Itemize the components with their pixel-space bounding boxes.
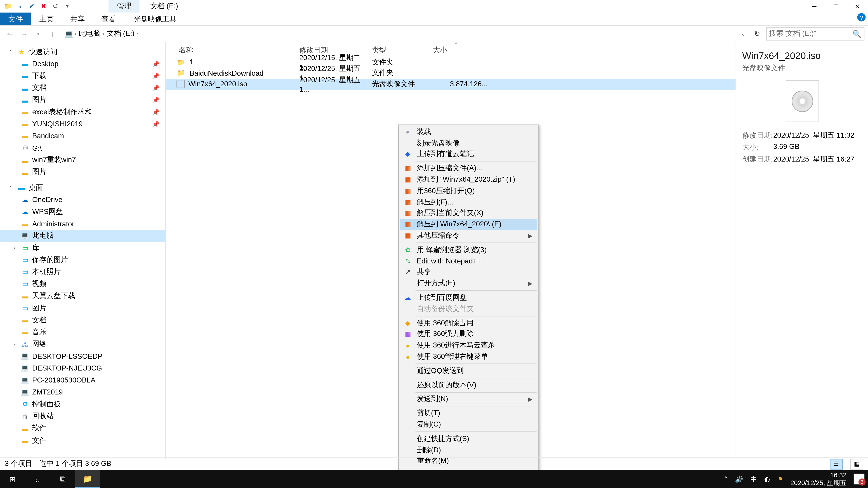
back-button[interactable]: ←: [4, 28, 16, 40]
sidebar-item[interactable]: ▬下载📌: [0, 70, 165, 82]
sidebar-item[interactable]: ⚙控制面板: [0, 398, 165, 410]
context-menu-item[interactable]: ▦用360压缩打开(Q): [400, 185, 537, 197]
help-icon[interactable]: ?: [857, 13, 866, 22]
column-name[interactable]: 名称: [166, 45, 299, 55]
sidebar-item[interactable]: ▬文档📌: [0, 82, 165, 94]
history-dropdown[interactable]: ▾: [32, 28, 44, 40]
task-view-button[interactable]: ⧉: [50, 470, 75, 488]
sidebar-item[interactable]: ›▭库: [0, 242, 165, 254]
icons-view-button[interactable]: ▦: [850, 458, 863, 469]
minimize-button[interactable]: ─: [804, 0, 825, 12]
context-menu-item[interactable]: ☁上传到百度网盘: [400, 292, 537, 303]
sidebar-item[interactable]: ▬音乐: [0, 326, 165, 338]
qat-dropdown-icon[interactable]: ▼: [62, 1, 72, 11]
context-menu-item[interactable]: ▦添加到压缩文件(A)...: [400, 163, 537, 174]
search-button[interactable]: ⌕: [25, 470, 50, 488]
sidebar-desktop[interactable]: ˅▬桌面: [0, 182, 165, 194]
context-menu-item[interactable]: 刻录光盘映像: [400, 138, 537, 149]
search-input[interactable]: 搜索"文档 (E:)" 🔍: [766, 27, 864, 40]
ime-mode-icon[interactable]: ◐: [764, 475, 770, 483]
sidebar-item[interactable]: ▬Bandicam: [0, 130, 165, 142]
column-headers[interactable]: 名称 修改日期 类型 大小: [166, 42, 736, 57]
volume-icon[interactable]: 🔊: [735, 475, 743, 483]
tab-home[interactable]: 主页: [31, 12, 62, 25]
sidebar-item[interactable]: ▬win7重装win7: [0, 154, 165, 166]
sidebar-item[interactable]: ▬图片📌: [0, 94, 165, 106]
context-menu-item[interactable]: ◆上传到有道云笔记: [400, 149, 537, 160]
sidebar-item[interactable]: ▭本机照片: [0, 266, 165, 278]
sidebar-item[interactable]: ☁WPS网盘: [0, 206, 165, 218]
context-menu-item[interactable]: ●使用 360管理右键菜单: [400, 351, 537, 362]
context-menu-item[interactable]: ✿用 蜂蜜浏览器 浏览(3): [400, 244, 537, 256]
context-menu-item[interactable]: ▦解压到(F)...: [400, 197, 537, 208]
sidebar-item[interactable]: ▬文件: [0, 434, 165, 447]
security-icon[interactable]: ⚑: [777, 475, 783, 483]
sidebar-item[interactable]: ⛁G:\: [0, 142, 165, 154]
sidebar-item[interactable]: ▭图片: [0, 302, 165, 314]
file-row[interactable]: 📁BaiduNetdiskDownload2020/12/25, 星期五 1..…: [166, 68, 736, 78]
maximize-button[interactable]: ▢: [825, 0, 846, 12]
notification-button[interactable]: 3: [854, 474, 864, 484]
context-menu-item[interactable]: ↗共享: [400, 267, 537, 278]
sidebar-item[interactable]: ▭视频: [0, 278, 165, 290]
sidebar-item[interactable]: ▬excel表格制作求和📌: [0, 106, 165, 118]
sidebar-item[interactable]: ☁OneDrive: [0, 194, 165, 206]
explorer-taskbar-button[interactable]: 📁: [75, 470, 100, 488]
checkmark-icon[interactable]: ✔: [26, 1, 37, 11]
sidebar-item[interactable]: ›🖧网络: [0, 338, 165, 350]
tab-view[interactable]: 查看: [93, 12, 124, 25]
sidebar-item[interactable]: ▬文档: [0, 314, 165, 326]
refresh-button[interactable]: ↻: [750, 30, 764, 38]
column-size[interactable]: 大小: [433, 45, 493, 55]
context-menu-item[interactable]: 通过QQ发送到: [400, 365, 537, 377]
sidebar-item[interactable]: ▬软件: [0, 422, 165, 434]
sidebar-item[interactable]: 💻DESKTOP-NJEU3CG: [0, 362, 165, 374]
app-icon[interactable]: 📁: [2, 1, 13, 11]
context-menu-item[interactable]: ▦其他压缩命令▶: [400, 230, 537, 241]
sidebar-item[interactable]: ▬图片: [0, 166, 165, 178]
tray-overflow-icon[interactable]: ˄: [724, 475, 728, 483]
sidebar-item[interactable]: 🗑回收站: [0, 410, 165, 422]
context-menu-item[interactable]: ◆使用 360解除占用: [400, 318, 537, 329]
start-button[interactable]: ⊞: [0, 470, 25, 488]
sidebar-item[interactable]: ▭保存的图片: [0, 254, 165, 266]
sidebar-item[interactable]: 💻DESKTOP-LSSOEDP: [0, 350, 165, 362]
delete-icon[interactable]: ✖: [38, 1, 49, 11]
tab-share[interactable]: 共享: [62, 12, 93, 25]
context-menu-item[interactable]: ●使用 360进行木马云查杀: [400, 340, 537, 351]
context-menu-item[interactable]: 打开方式(H)▶: [400, 278, 537, 289]
context-menu-item[interactable]: ▦添加到 "Win7x64_2020.zip" (T): [400, 174, 537, 186]
sidebar-item[interactable]: 💻此电脑: [0, 230, 165, 242]
sidebar-item[interactable]: ▬YUNQISHI2019📌: [0, 118, 165, 130]
details-view-button[interactable]: ☰: [830, 458, 843, 469]
sidebar-item[interactable]: ▬Administrator: [0, 218, 165, 230]
tab-disc-tools[interactable]: 光盘映像工具: [125, 12, 185, 25]
column-type[interactable]: 类型: [372, 45, 433, 55]
taskbar-clock[interactable]: 16:32 2020/12/25, 星期五: [790, 471, 846, 487]
save-icon[interactable]: ▫: [14, 1, 25, 11]
close-button[interactable]: ✕: [846, 0, 868, 12]
breadcrumb[interactable]: 💻 › 此电脑 › 文档 (E:) ›: [64, 29, 139, 39]
context-menu-item[interactable]: 创建快捷方式(S): [400, 433, 537, 445]
context-menu-item[interactable]: 剪切(T): [400, 408, 537, 419]
breadcrumb-root[interactable]: 此电脑: [78, 29, 101, 39]
context-menu-item[interactable]: 复制(C): [400, 419, 537, 430]
forward-button[interactable]: →: [18, 28, 30, 40]
tab-file[interactable]: 文件: [0, 12, 31, 25]
context-menu-item[interactable]: ▦使用 360强力删除: [400, 329, 537, 340]
context-menu-item[interactable]: ●装载: [400, 126, 537, 138]
context-menu-item[interactable]: ▦解压到 Win7x64_2020\ (E): [400, 219, 537, 230]
sidebar-item[interactable]: 💻ZMT2019: [0, 386, 165, 398]
sidebar-item[interactable]: 💻PC-20190530OBLA: [0, 374, 165, 386]
file-row[interactable]: Win7x64_2020.iso2020/12/25, 星期五 1...光盘映像…: [166, 78, 736, 90]
undo-icon[interactable]: ↺: [50, 1, 61, 11]
context-menu-item[interactable]: 删除(D): [400, 445, 537, 456]
context-menu-item[interactable]: 发送到(N)▶: [400, 394, 537, 405]
ime-indicator[interactable]: 中: [750, 475, 757, 484]
context-menu-item[interactable]: ▦解压到当前文件夹(X): [400, 207, 537, 219]
sidebar-item[interactable]: ▬天翼云盘下载: [0, 290, 165, 302]
up-button[interactable]: ↑: [46, 28, 59, 40]
breadcrumb-item[interactable]: 文档 (E:): [105, 29, 136, 39]
context-menu-item[interactable]: ✎Edit with Notepad++: [400, 256, 537, 267]
sidebar-item[interactable]: ▬Desktop📌: [0, 58, 165, 70]
